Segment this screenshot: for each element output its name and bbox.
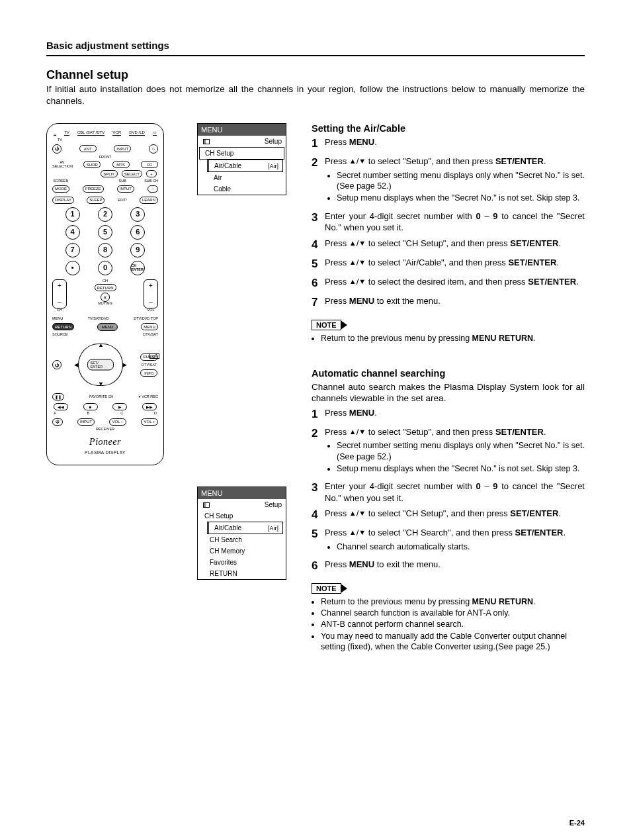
brightness-icon: ☼ bbox=[149, 144, 158, 154]
remote-illustration: ⎯ TV CBL /SAT /DTV VCR DVD /LD ▭ TV ⏻ AN… bbox=[46, 123, 164, 465]
steps-list: 1Press MENU.2Press ▲/▼ to select "Setup"… bbox=[312, 407, 585, 574]
section-intro: If initial auto installation does not me… bbox=[46, 83, 585, 107]
subsection-title: Setting the Air/Cable bbox=[312, 123, 585, 134]
power-icon: ⏻ bbox=[52, 360, 62, 369]
note-label: NOTE bbox=[312, 320, 341, 330]
page-header: Basic adjustment settings bbox=[46, 40, 585, 51]
steps-list: 1Press MENU.2Press ▲/▼ to select "Setup"… bbox=[312, 136, 585, 310]
menu-illustration-2: MENUSetupCH SetupAir/Cable[Air]CH Search… bbox=[197, 487, 286, 580]
menu-illustration-1: MENUSetupCH SetupAir/Cable[Air]AirCable bbox=[197, 123, 286, 195]
power-icon: ⏻ bbox=[52, 144, 62, 154]
notes-list: Return to the previous menu by pressing … bbox=[312, 333, 585, 344]
brand-logo: Pioneer bbox=[52, 438, 158, 447]
subsection-title: Automatic channel searching bbox=[312, 368, 585, 379]
dpad: ▲▼◀▶ SET/ ENTER bbox=[74, 341, 127, 389]
subsection-intro: Channel auto search makes the Plasma Dis… bbox=[312, 381, 585, 404]
note-label: NOTE bbox=[312, 583, 341, 594]
mute-icon: ✕ bbox=[101, 293, 110, 302]
notes-list: Return to the previous menu by pressing … bbox=[312, 596, 585, 652]
section-title: Channel setup bbox=[46, 68, 585, 82]
header-rule bbox=[46, 55, 585, 56]
